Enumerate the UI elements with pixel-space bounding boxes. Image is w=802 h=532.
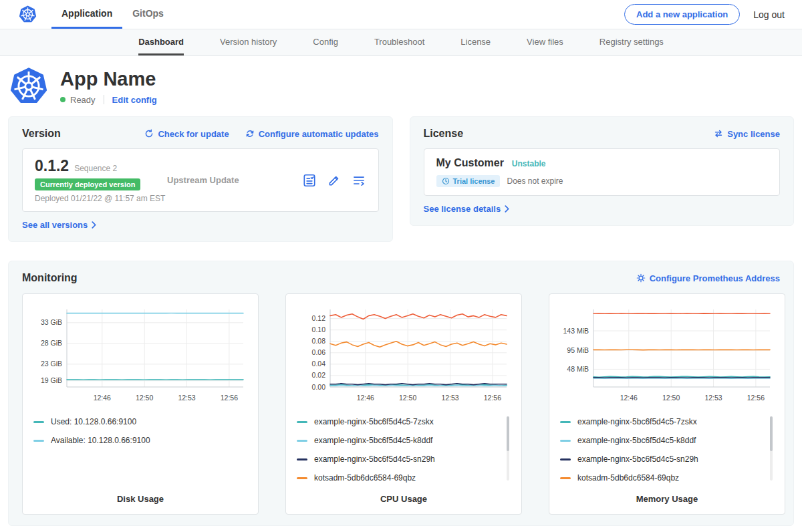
legend-item-example-nginx-5bc6f5d4c5-k8ddf[interactable]: example-nginx-5bc6f5d4c5-k8ddf (560, 431, 765, 450)
monitoring-card: Monitoring Configure Prometheus Address … (8, 261, 794, 526)
check-for-update-link[interactable]: Check for update (144, 129, 229, 139)
topnav-tab-application[interactable]: Application (51, 0, 122, 29)
legend-item-available-10-128-0-66-9100[interactable]: Available: 10.128.0.66:9100 (33, 431, 238, 450)
legend-scrollbar[interactable] (507, 416, 509, 481)
legend-label: Available: 10.128.0.66:9100 (51, 436, 150, 445)
legend-item-kotsadm-5db6dc6584-69qbz[interactable]: kotsadm-5db6dc6584-69qbz (560, 469, 765, 487)
legend-item-used-10-128-0-66-9100[interactable]: Used: 10.128.0.66:9100 (33, 412, 238, 431)
legend-item-example-nginx-5bc6f5d4c5-sn29h[interactable]: example-nginx-5bc6f5d4c5-sn29h (560, 450, 765, 469)
svg-text:95 MiB: 95 MiB (567, 346, 589, 354)
license-info-card: My Customer Unstable Trial license Does … (424, 148, 781, 196)
legend-item-example-nginx-5bc6f5d4c5-sn29h[interactable]: example-nginx-5bc6f5d4c5-sn29h (297, 450, 501, 469)
svg-text:12:56: 12:56 (484, 394, 501, 402)
legend-label: Used: 10.128.0.66:9100 (51, 417, 136, 426)
edit-config-icon[interactable] (327, 173, 342, 188)
currently-deployed-badge: Currently deployed version (35, 178, 140, 190)
svg-text:0.04: 0.04 (312, 360, 326, 368)
main-content: Version Check for update (0, 116, 802, 526)
subnav-item-troubleshoot[interactable]: Troubleshoot (374, 29, 424, 55)
svg-text:143 MiB: 143 MiB (563, 327, 589, 335)
svg-text:23 GiB: 23 GiB (41, 360, 62, 368)
chart-plot-cpu-usage: 0.000.020.040.060.080.100.1212:4612:5012… (297, 303, 511, 407)
svg-text:33 GiB: 33 GiB (41, 318, 62, 326)
add-new-application-button[interactable]: Add a new application (624, 4, 740, 25)
see-license-details-label: See license details (424, 204, 501, 214)
legend-label: example-nginx-5bc6f5d4c5-k8ddf (577, 436, 696, 445)
see-all-versions-link[interactable]: See all versions (22, 220, 96, 230)
configure-automatic-updates-label: Configure automatic updates (259, 129, 379, 139)
check-for-update-label: Check for update (158, 129, 229, 139)
configure-automatic-updates-link[interactable]: Configure automatic updates (245, 129, 379, 139)
ready-status-dot (60, 97, 65, 102)
chart-legend: Used: 10.128.0.66:9100Available: 10.128.… (33, 412, 247, 450)
chart-plot-disk-usage: 19 GiB23 GiB28 GiB33 GiB12:4612:5012:531… (33, 303, 247, 407)
chevron-right-icon (505, 205, 509, 213)
current-version-card: 0.1.2 Sequence 2 Currently deployed vers… (22, 148, 379, 212)
svg-text:0.06: 0.06 (312, 348, 326, 356)
legend-label: kotsadm-5db6dc6584-69qbz (314, 473, 416, 483)
chart-legend: example-nginx-5bc6f5d4c5-7zskxexample-ng… (297, 412, 511, 487)
subnav-item-version-history[interactable]: Version history (220, 29, 277, 55)
chart-card-cpu-usage: 0.000.020.040.060.080.100.1212:4612:5012… (285, 293, 522, 515)
legend-item-kotsadm-5db6dc6584-69qbz[interactable]: kotsadm-5db6dc6584-69qbz (297, 469, 501, 487)
chart-title: CPU Usage (297, 487, 511, 504)
svg-text:28 GiB: 28 GiB (41, 339, 62, 347)
sequence-label: Sequence 2 (74, 164, 117, 173)
chevron-right-icon (92, 221, 96, 229)
chart-plot-memory-usage: 48 MiB95 MiB143 MiB12:4612:5012:5312:56 (560, 303, 774, 407)
app-status-row: Ready Edit config (60, 95, 157, 105)
see-license-details-link[interactable]: See license details (424, 204, 510, 214)
monitoring-title: Monitoring (22, 272, 78, 284)
app-title: App Name (60, 68, 157, 90)
configure-prometheus-label: Configure Prometheus Address (650, 273, 780, 283)
svg-text:19 GiB: 19 GiB (41, 376, 62, 384)
release-notes-icon[interactable] (302, 173, 317, 188)
svg-text:12:50: 12:50 (136, 394, 153, 402)
subnav-item-config[interactable]: Config (313, 29, 338, 55)
svg-text:12:46: 12:46 (94, 394, 111, 402)
svg-text:0.10: 0.10 (312, 325, 326, 334)
topnav-tabs: ApplicationGitOps (51, 0, 174, 29)
version-card: Version Check for update (8, 116, 393, 242)
legend-label: example-nginx-5bc6f5d4c5-sn29h (314, 454, 435, 464)
edit-config-link[interactable]: Edit config (112, 95, 157, 105)
app-header-text: App Name Ready Edit config (60, 68, 157, 105)
logout-button[interactable]: Log out (753, 9, 785, 20)
configure-prometheus-link[interactable]: Configure Prometheus Address (636, 273, 780, 283)
legend-item-example-nginx-5bc6f5d4c5-k8ddf[interactable]: example-nginx-5bc6f5d4c5-k8ddf (297, 431, 501, 450)
legend-label: example-nginx-5bc6f5d4c5-sn29h (577, 454, 698, 464)
legend-label: example-nginx-5bc6f5d4c5-7zskx (314, 417, 434, 426)
deploy-logs-icon[interactable] (352, 173, 366, 188)
legend-label: kotsadm-5db6dc6584-69qbz (577, 473, 679, 483)
svg-text:12:46: 12:46 (620, 394, 638, 402)
chart-card-memory-usage: 48 MiB95 MiB143 MiB12:4612:5012:5312:56e… (549, 293, 785, 515)
legend-swatch (33, 421, 44, 423)
legend-scrollbar-thumb[interactable] (507, 416, 509, 451)
svg-text:12:53: 12:53 (704, 394, 722, 402)
license-expiration: Does not expire (507, 176, 563, 186)
subnav-item-registry-settings[interactable]: Registry settings (599, 29, 664, 55)
topnav-tab-gitops[interactable]: GitOps (122, 0, 174, 29)
legend-item-example-nginx-5bc6f5d4c5-7zskx[interactable]: example-nginx-5bc6f5d4c5-7zskx (560, 412, 765, 431)
app-icon (9, 67, 48, 106)
gear-icon (636, 273, 646, 283)
chart-title: Memory Usage (560, 487, 774, 504)
chart-card-disk-usage: 19 GiB23 GiB28 GiB33 GiB12:4612:5012:531… (22, 293, 259, 515)
sync-icon (714, 129, 723, 138)
legend-swatch (560, 421, 571, 423)
see-all-versions-label: See all versions (22, 220, 88, 230)
legend-item-example-nginx-5bc6f5d4c5-7zskx[interactable]: example-nginx-5bc6f5d4c5-7zskx (297, 412, 501, 431)
svg-text:12:53: 12:53 (178, 394, 195, 402)
subnav-item-dashboard[interactable]: Dashboard (138, 29, 184, 55)
subnav-item-license[interactable]: License (460, 29, 491, 55)
svg-text:0.02: 0.02 (312, 371, 326, 379)
sync-license-link[interactable]: Sync license (714, 129, 780, 139)
svg-text:12:50: 12:50 (662, 394, 680, 402)
cards-row: Version Check for update (8, 116, 794, 242)
legend-label: example-nginx-5bc6f5d4c5-7zskx (577, 417, 697, 426)
legend-scrollbar[interactable] (770, 416, 773, 481)
monitoring-header: Monitoring Configure Prometheus Address (22, 272, 780, 284)
top-navbar: ApplicationGitOps Add a new application … (0, 0, 802, 29)
subnav-item-view-files[interactable]: View files (527, 29, 563, 55)
legend-scrollbar-thumb[interactable] (770, 416, 773, 451)
